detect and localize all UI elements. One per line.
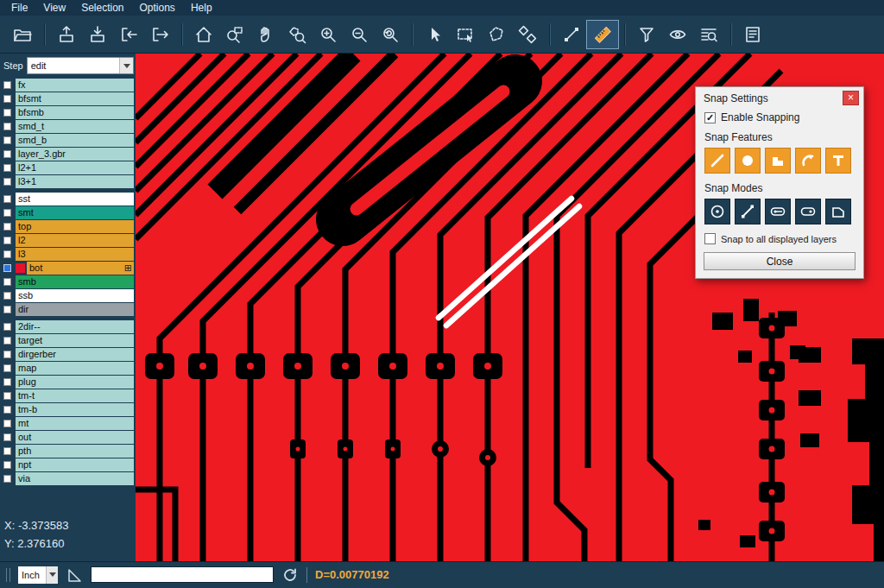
layer-visibility-checkbox[interactable]	[3, 136, 11, 144]
layer-name-label[interactable]: layer_3.gbr	[16, 148, 134, 161]
dialog-close-icon[interactable]: ×	[843, 91, 859, 105]
menu-view[interactable]: View	[35, 1, 73, 15]
layer-row-smd_t[interactable]: smd_t	[0, 120, 136, 133]
snap-feature-text-button[interactable]	[825, 148, 851, 174]
snap-feature-pad-button[interactable]	[735, 148, 761, 174]
select-polygon-button[interactable]	[481, 21, 512, 48]
layer-visibility-checkbox[interactable]	[3, 109, 11, 117]
layer-visibility-checkbox[interactable]	[3, 237, 11, 244]
layer-row-l2+1[interactable]: l2+1	[0, 161, 136, 174]
layer-name-label[interactable]: dirgerber	[16, 348, 134, 361]
layer-row-dirgerber[interactable]: dirgerber	[0, 348, 136, 361]
layer-visibility-checkbox[interactable]	[3, 475, 11, 483]
layer-visibility-checkbox[interactable]	[3, 378, 11, 386]
dialog-titlebar[interactable]: Snap Settings ×	[696, 87, 863, 109]
layer-visibility-checkbox[interactable]	[3, 150, 11, 158]
layer-row-tm-b[interactable]: tm-b	[0, 403, 136, 416]
import-down-button[interactable]	[82, 21, 113, 48]
layer-row-bfsmt[interactable]: bfsmt	[0, 92, 136, 105]
zoom-out-button[interactable]	[344, 21, 375, 48]
layer-row-2dir--[interactable]: 2dir--	[0, 320, 136, 333]
layer-row-sst[interactable]: sst	[0, 193, 136, 205]
layer-row-top[interactable]: top	[0, 220, 136, 233]
layer-name-label[interactable]: top	[16, 220, 134, 233]
layer-name-label[interactable]: map	[16, 362, 134, 375]
zoom-reset-button[interactable]	[375, 21, 406, 48]
layer-name-label[interactable]: npt	[16, 458, 134, 471]
snap-mode-slot-right-button[interactable]	[795, 199, 821, 224]
layer-name-label[interactable]: l3	[16, 248, 134, 261]
snap-mode-endpoints-button[interactable]	[735, 199, 761, 224]
layer-name-label[interactable]: smb	[16, 275, 134, 288]
layer-visibility-checkbox[interactable]	[3, 323, 11, 331]
layer-visibility-checkbox[interactable]	[3, 420, 11, 427]
layer-visibility-checkbox[interactable]	[3, 195, 11, 203]
ruler-measure-button[interactable]	[587, 21, 618, 48]
layer-name-label[interactable]: 2dir--	[16, 320, 134, 333]
layer-name-label[interactable]: plug	[16, 376, 134, 389]
layer-visibility-checkbox[interactable]	[3, 406, 11, 414]
snap-mode-center-button[interactable]	[704, 199, 730, 224]
line-tool-button[interactable]	[556, 21, 587, 48]
layer-name-label[interactable]: dir	[16, 303, 134, 316]
layer-row-target[interactable]: target	[0, 334, 136, 347]
layer-row-map[interactable]: map	[0, 362, 136, 375]
layer-name-label[interactable]: mt	[16, 417, 134, 430]
open-folder-button[interactable]	[7, 21, 38, 48]
layer-row-tm-t[interactable]: tm-t	[0, 389, 136, 402]
layer-visibility-checkbox[interactable]	[3, 178, 11, 186]
layer-row-pth[interactable]: pth	[0, 445, 136, 458]
layer-row-out[interactable]: out	[0, 431, 136, 444]
snap-mode-contour-button[interactable]	[825, 199, 851, 224]
layer-visibility-checkbox[interactable]	[3, 123, 11, 130]
export-right-button[interactable]	[144, 21, 175, 48]
layer-name-label[interactable]: sst	[16, 193, 134, 205]
layer-row-l2[interactable]: l2	[0, 234, 136, 247]
report-button[interactable]	[737, 21, 768, 48]
layer-visibility-checkbox[interactable]	[3, 250, 11, 258]
command-input[interactable]	[91, 566, 274, 583]
layer-row-npt[interactable]: npt	[0, 458, 136, 471]
layer-visibility-checkbox[interactable]	[3, 351, 11, 358]
layer-name-label[interactable]: l2	[16, 234, 134, 247]
layer-visibility-checkbox[interactable]	[3, 264, 11, 272]
select-rect-button[interactable]	[450, 21, 481, 48]
export-up-button[interactable]	[51, 21, 82, 48]
layer-visibility-checkbox[interactable]	[3, 95, 11, 103]
snap-feature-arc-button[interactable]	[795, 148, 821, 174]
pan-button[interactable]	[250, 21, 281, 48]
layer-name-label[interactable]: bot⊞	[27, 262, 134, 275]
layer-name-label[interactable]: via	[16, 472, 134, 485]
layer-name-label[interactable]: ssb	[16, 289, 134, 302]
layer-visibility-checkbox[interactable]	[3, 164, 11, 172]
layer-name-label[interactable]: tm-t	[16, 389, 134, 402]
layer-visibility-checkbox[interactable]	[3, 209, 11, 217]
layer-name-label[interactable]: target	[16, 334, 134, 347]
layer-visibility-checkbox[interactable]	[3, 364, 11, 372]
find-button[interactable]	[693, 21, 724, 48]
snap-feature-surface-button[interactable]	[765, 148, 791, 174]
zoom-area-button[interactable]	[219, 21, 250, 48]
layer-visibility-checkbox[interactable]	[3, 433, 11, 441]
visibility-button[interactable]	[662, 21, 693, 48]
filter-button[interactable]	[631, 21, 662, 48]
refresh-icon[interactable]	[281, 566, 299, 584]
layer-visibility-checkbox[interactable]	[3, 81, 11, 89]
menu-options[interactable]: Options	[132, 1, 183, 15]
layer-visibility-checkbox[interactable]	[3, 223, 11, 231]
select-arrow-button[interactable]	[419, 21, 450, 48]
layer-visibility-checkbox[interactable]	[3, 337, 11, 345]
layer-row-smb[interactable]: smb	[0, 275, 136, 288]
enable-snapping-checkbox[interactable]: ✓	[704, 112, 716, 123]
layer-row-via[interactable]: via	[0, 472, 136, 485]
menu-help[interactable]: Help	[183, 1, 220, 15]
all-layers-checkbox[interactable]	[704, 233, 716, 244]
import-left-button[interactable]	[113, 21, 144, 48]
unit-select[interactable]: Inch	[18, 566, 58, 584]
layer-name-label[interactable]: tm-b	[16, 403, 134, 416]
layer-name-label[interactable]: out	[16, 431, 134, 444]
layer-visibility-checkbox[interactable]	[3, 306, 11, 313]
snap-feature-line-button[interactable]	[704, 148, 730, 174]
layer-row-smt[interactable]: smt	[0, 206, 136, 219]
layer-name-label[interactable]: l3+1	[16, 175, 134, 188]
